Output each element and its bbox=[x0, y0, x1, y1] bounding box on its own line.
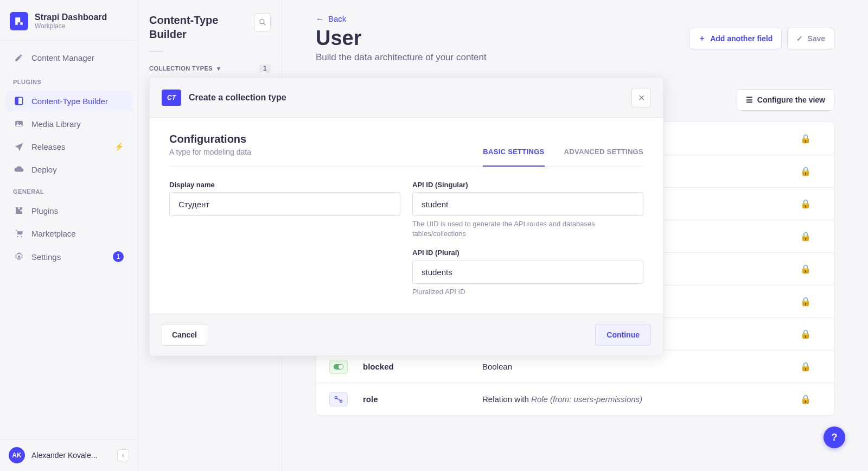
lock-icon: 🔒 bbox=[800, 361, 811, 372]
nav-group-plugins: PLUGINS bbox=[0, 71, 138, 90]
lock-icon: 🔒 bbox=[800, 296, 811, 307]
continue-button[interactable]: Continue bbox=[595, 324, 651, 346]
check-icon: ✓ bbox=[796, 34, 803, 43]
nav-marketplace[interactable]: Marketplace bbox=[5, 223, 132, 244]
nav-deploy[interactable]: Deploy bbox=[5, 159, 132, 180]
nav-media-library[interactable]: Media Library bbox=[5, 113, 132, 134]
api-plural-field: API ID (Plural) Pluralized API ID bbox=[412, 249, 643, 297]
field-name: role bbox=[363, 394, 482, 404]
help-fab[interactable]: ? bbox=[824, 427, 845, 448]
collection-types-label: COLLECTION TYPES bbox=[149, 65, 213, 72]
cancel-button[interactable]: Cancel bbox=[162, 324, 207, 346]
layout-icon bbox=[14, 96, 24, 106]
svg-point-8 bbox=[259, 20, 264, 24]
nav-settings[interactable]: Settings 1 bbox=[5, 246, 132, 268]
nav-label: Content Manager bbox=[31, 53, 94, 62]
search-button[interactable] bbox=[254, 13, 271, 31]
back-label: Back bbox=[328, 14, 346, 23]
avatar[interactable]: AK bbox=[9, 447, 25, 463]
close-button[interactable]: ✕ bbox=[631, 88, 651, 107]
nav-content-manager[interactable]: Content Manager bbox=[5, 47, 132, 68]
search-icon bbox=[259, 18, 266, 26]
modal-header: CT Create a collection type ✕ bbox=[150, 78, 663, 118]
api-singular-input[interactable] bbox=[412, 192, 643, 216]
divider bbox=[149, 51, 163, 52]
config-title: Configurations bbox=[169, 133, 251, 145]
nav-label: Settings bbox=[31, 252, 61, 262]
list-icon: ☰ bbox=[746, 96, 753, 104]
modal-title: Create a collection type bbox=[189, 93, 286, 103]
nav-label: Media Library bbox=[31, 119, 81, 129]
lock-icon: 🔒 bbox=[800, 231, 811, 241]
gear-icon bbox=[14, 252, 24, 262]
display-name-label: Display name bbox=[169, 181, 400, 189]
svg-point-7 bbox=[18, 256, 21, 258]
pencil-icon bbox=[14, 53, 24, 62]
user-name: Alexander Kovale... bbox=[31, 451, 97, 460]
display-name-field: Display name bbox=[169, 181, 400, 239]
brand-logo-icon bbox=[10, 12, 28, 30]
page-title: User bbox=[316, 27, 362, 50]
page-subtitle: Build the data architecture of your cont… bbox=[316, 52, 834, 63]
save-button[interactable]: ✓ Save bbox=[787, 28, 834, 49]
brand-title: Strapi Dashboard bbox=[35, 12, 107, 22]
collection-count: 1 bbox=[259, 64, 271, 73]
lock-icon: 🔒 bbox=[800, 166, 811, 176]
config-subtitle: A type for modeling data bbox=[169, 148, 251, 156]
primary-sidebar: Strapi Dashboard Workplace Content Manag… bbox=[0, 0, 138, 471]
nav-label: Marketplace bbox=[31, 229, 76, 238]
relation-icon bbox=[329, 392, 348, 406]
collapse-sidebar-button[interactable]: ‹ bbox=[117, 449, 129, 461]
nav-plugins[interactable]: Plugins bbox=[5, 200, 132, 221]
sidebar-footer: AK Alexander Kovale... ‹ bbox=[0, 439, 138, 471]
add-field-button[interactable]: ＋ Add another field bbox=[689, 28, 782, 49]
plus-icon: ＋ bbox=[698, 34, 706, 43]
arrow-left-icon: ← bbox=[316, 14, 324, 23]
lock-icon: 🔒 bbox=[800, 329, 811, 339]
nav-content-type-builder[interactable]: Content-Type Builder bbox=[5, 91, 132, 111]
chevron-left-icon: ‹ bbox=[122, 451, 124, 459]
api-plural-input[interactable] bbox=[412, 260, 643, 284]
image-icon bbox=[14, 119, 24, 129]
brand-block: Strapi Dashboard Workplace bbox=[0, 0, 138, 41]
svg-line-9 bbox=[263, 23, 265, 26]
cart-icon bbox=[14, 228, 24, 238]
ct-badge: CT bbox=[162, 90, 181, 106]
api-plural-label: API ID (Plural) bbox=[412, 249, 643, 257]
save-label: Save bbox=[807, 34, 825, 43]
nav-label: Deploy bbox=[31, 165, 57, 174]
nav-label: Plugins bbox=[31, 206, 58, 215]
settings-badge: 1 bbox=[113, 251, 124, 262]
tab-basic-settings[interactable]: BASIC SETTINGS bbox=[483, 148, 544, 167]
tab-advanced-settings[interactable]: ADVANCED SETTINGS bbox=[564, 148, 643, 167]
configure-label: Configure the view bbox=[757, 96, 825, 104]
lock-icon: 🔒 bbox=[800, 199, 811, 209]
panel-title: Content-Type Builder bbox=[149, 13, 247, 41]
nav-label: Releases bbox=[31, 142, 66, 151]
nav-label: Content-Type Builder bbox=[31, 97, 108, 106]
back-link[interactable]: ← Back bbox=[316, 14, 834, 23]
svg-rect-2 bbox=[15, 97, 18, 105]
field-type: Relation with Role (from: users-permissi… bbox=[482, 394, 642, 404]
chevron-down-icon: ▼ bbox=[216, 66, 221, 72]
svg-point-5 bbox=[17, 236, 18, 237]
puzzle-icon bbox=[14, 206, 24, 215]
display-name-input[interactable] bbox=[169, 192, 400, 216]
configure-view-button[interactable]: ☰ Configure the view bbox=[737, 89, 834, 111]
nav-group-general: GENERAL bbox=[0, 181, 138, 199]
field-name: blocked bbox=[363, 362, 482, 371]
collection-types-toggle[interactable]: COLLECTION TYPES ▼ 1 bbox=[149, 64, 271, 73]
nav-releases[interactable]: Releases ⚡ bbox=[5, 136, 132, 157]
plane-icon bbox=[14, 142, 24, 151]
api-plural-help: Pluralized API ID bbox=[412, 287, 643, 297]
boolean-icon bbox=[329, 360, 348, 374]
svg-point-4 bbox=[17, 122, 18, 123]
brand-subtitle: Workplace bbox=[35, 22, 107, 30]
lock-icon: 🔒 bbox=[800, 264, 811, 274]
lock-icon: 🔒 bbox=[800, 133, 811, 144]
api-singular-label: API ID (Singular) bbox=[412, 181, 643, 189]
api-singular-field: API ID (Singular) The UID is used to gen… bbox=[412, 181, 643, 239]
field-type: Boolean bbox=[482, 362, 512, 371]
close-icon: ✕ bbox=[638, 93, 645, 103]
api-singular-help: The UID is used to generate the API rout… bbox=[412, 219, 643, 239]
